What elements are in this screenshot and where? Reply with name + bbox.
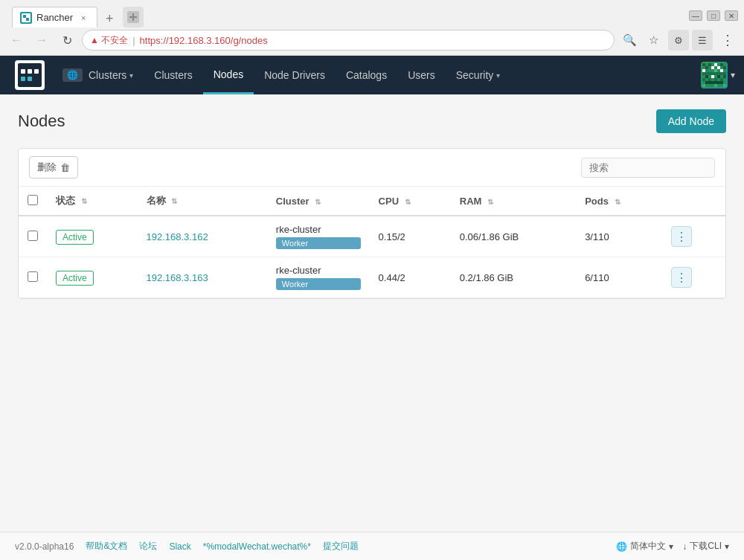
row-cluster-cell-1: rke-cluster Worker [267, 257, 370, 298]
footer-wechat-link[interactable]: *%modalWechat.wechat%* [203, 541, 311, 552]
window-maximize-btn[interactable]: □ [707, 10, 720, 21]
cluster-sort-icon: ⇅ [315, 198, 321, 206]
select-all-cell [19, 187, 47, 216]
nav-clusters[interactable]: Clusters [144, 56, 202, 94]
row-status-1: Active [47, 257, 138, 298]
browser-tab-rancher[interactable]: Rancher × [12, 7, 97, 28]
table-body: Active 192.168.3.162 rke-cluster Worker … [19, 216, 725, 298]
global-dropdown-arrow: ▾ [129, 71, 133, 80]
svg-rect-35 [702, 84, 705, 87]
cli-download-icon: ↓ [682, 541, 687, 552]
footer-issues-link[interactable]: 提交问题 [323, 540, 359, 553]
main-content: Nodes Add Node 删除 🗑 状态 ⇅ [0, 94, 744, 532]
nav-node-drivers[interactable]: Node Drivers [254, 56, 336, 94]
delete-button[interactable]: 删除 🗑 [29, 156, 78, 178]
lang-globe-icon: 🌐 [616, 541, 627, 552]
col-status[interactable]: 状态 ⇅ [47, 187, 138, 216]
footer-forum-link[interactable]: 论坛 [139, 540, 157, 553]
svg-rect-18 [711, 66, 714, 69]
browser-chrome: Rancher × + — □ ✕ ← → ↻ ▲ 不安全 | https://… [0, 0, 744, 56]
row-checkbox-0[interactable] [28, 231, 38, 241]
row-ram-0: 0.06/1.86 GiB [451, 216, 576, 257]
page-title: Nodes [18, 112, 65, 131]
nav-nodes-label: Nodes [214, 68, 243, 80]
user-dropdown-arrow[interactable]: ▾ [728, 67, 738, 83]
row-action-btn-1[interactable]: ⋮ [671, 267, 692, 288]
url-separator: | [132, 35, 135, 46]
svg-rect-14 [708, 63, 711, 66]
footer-slack-link[interactable]: Slack [169, 541, 190, 552]
search-icon-btn[interactable]: 🔍 [619, 30, 640, 51]
cluster-cell-1: rke-cluster Worker [276, 265, 361, 290]
search-input[interactable] [581, 158, 715, 178]
tab-favicon [20, 12, 32, 24]
col-name-label: 名称 [147, 195, 166, 206]
node-link-0[interactable]: 192.168.3.162 [147, 231, 208, 242]
footer-help-link[interactable]: 帮助&文档 [86, 540, 127, 553]
nav-nodes[interactable]: Nodes [203, 56, 254, 94]
window-minimize-btn[interactable]: — [689, 10, 702, 21]
ext-btn-2[interactable]: ☰ [692, 30, 713, 51]
bookmark-icon-btn[interactable]: ☆ [643, 30, 664, 51]
tab-title: Rancher [36, 12, 73, 23]
nav-back-btn[interactable]: ← [6, 30, 27, 51]
col-name[interactable]: 名称 ⇅ [138, 187, 267, 216]
nav-security[interactable]: Security ▾ [446, 56, 511, 94]
svg-rect-23 [714, 69, 717, 72]
role-badge-1: Worker [276, 278, 361, 290]
svg-rect-19 [717, 66, 720, 69]
svg-rect-36 [714, 84, 717, 87]
table-toolbar: 删除 🗑 [19, 149, 725, 187]
nav-clusters-label: Clusters [154, 69, 192, 81]
col-cluster[interactable]: Cluster ⇅ [267, 187, 370, 216]
col-ram[interactable]: RAM ⇅ [451, 187, 576, 216]
col-cpu-label: CPU [379, 196, 399, 207]
nav-global-label: Clusters [89, 69, 126, 81]
ram-sort-icon: ⇅ [487, 198, 493, 206]
user-avatar[interactable] [701, 62, 728, 88]
nav-users-label: Users [408, 69, 435, 81]
row-action-btn-0[interactable]: ⋮ [671, 226, 692, 247]
window-controls: — □ ✕ [689, 10, 738, 21]
col-pods-label: Pods [585, 196, 609, 207]
svg-rect-30 [702, 78, 705, 81]
cli-dropdown-arrow: ▾ [725, 541, 729, 552]
nav-catalogs[interactable]: Catalogs [336, 56, 397, 94]
browser-menu-btn[interactable]: ⋮ [717, 30, 738, 51]
svg-rect-21 [702, 69, 705, 72]
status-sort-icon: ⇅ [81, 197, 87, 205]
nav-forward-btn[interactable]: → [31, 30, 52, 51]
nav-users[interactable]: Users [397, 56, 446, 94]
nav-refresh-btn[interactable]: ↻ [57, 30, 77, 51]
new-tab-button[interactable]: + [100, 10, 118, 28]
row-checkbox-1[interactable] [28, 271, 38, 282]
ext-btn-1[interactable]: ⚙ [668, 30, 689, 51]
row-name-cell-1: 192.168.3.163 [138, 257, 267, 298]
cluster-cell-0: rke-cluster Worker [276, 224, 361, 249]
svg-rect-26 [705, 75, 708, 78]
svg-rect-20 [723, 66, 726, 69]
address-bar[interactable]: ▲ 不安全 | https://192.168.3.160/g/nodes [82, 30, 615, 51]
tab-close-btn[interactable]: × [77, 12, 89, 24]
language-selector[interactable]: 🌐 简体中文 ▾ [616, 540, 673, 553]
select-all-checkbox[interactable] [28, 195, 38, 205]
col-cpu[interactable]: CPU ⇅ [370, 187, 451, 216]
download-cli[interactable]: ↓ 下载CLI ▾ [682, 540, 729, 553]
security-dropdown-arrow: ▾ [496, 71, 500, 80]
browser-titlebar: Rancher × + — □ ✕ [0, 0, 744, 27]
pods-sort-icon: ⇅ [615, 198, 620, 206]
row-checkbox-cell [19, 216, 47, 257]
col-status-label: 状态 [56, 195, 75, 206]
rancher-logo[interactable] [7, 60, 52, 90]
nav-global[interactable]: 🌐 Clusters ▾ [52, 56, 144, 94]
col-pods[interactable]: Pods ⇅ [576, 187, 662, 216]
svg-rect-15 [714, 63, 717, 66]
svg-rect-33 [720, 78, 723, 81]
window-close-btn[interactable]: ✕ [725, 10, 738, 21]
lang-dropdown-arrow: ▾ [669, 541, 673, 552]
status-badge-1: Active [56, 271, 94, 286]
add-node-button[interactable]: Add Node [656, 109, 726, 133]
node-link-1[interactable]: 192.168.3.163 [147, 272, 208, 283]
table-row: Active 192.168.3.163 rke-cluster Worker … [19, 257, 725, 298]
page-header: Nodes Add Node [18, 109, 726, 133]
